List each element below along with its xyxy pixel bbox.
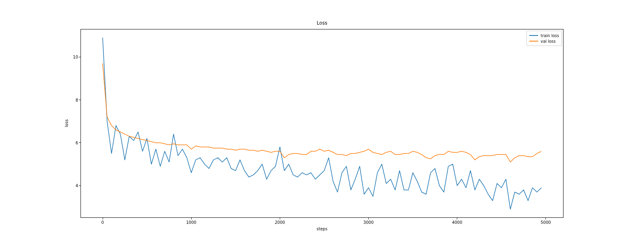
legend-color-swatch <box>529 41 538 42</box>
legend: train lossval loss <box>526 31 562 46</box>
legend-label: train loss <box>541 33 559 38</box>
legend-entry: train loss <box>529 33 559 38</box>
legend-entry: val loss <box>529 38 559 44</box>
line-series-0 <box>103 38 541 209</box>
figure: Loss loss steps 010002000300040005000 46… <box>0 0 644 242</box>
legend-label: val loss <box>541 39 555 44</box>
legend-color-swatch <box>529 35 538 36</box>
line-series-1 <box>103 63 541 162</box>
